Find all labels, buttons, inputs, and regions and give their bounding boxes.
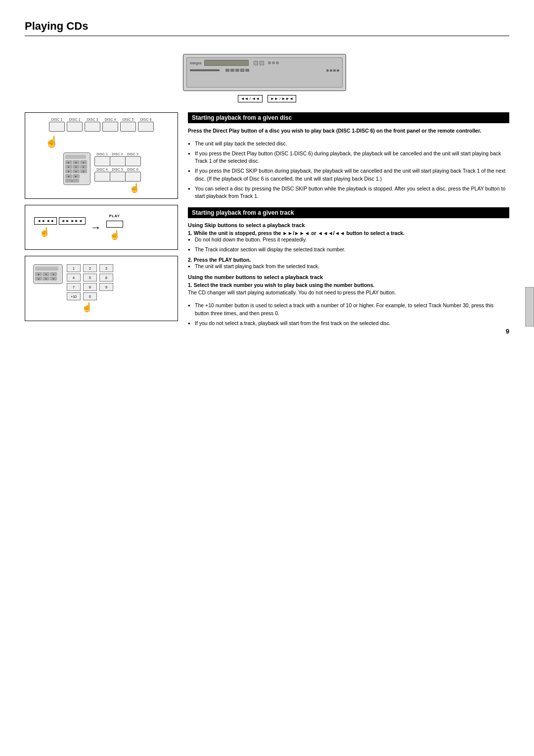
skip-diagram: ◄◄ ◄◄ ►► ►►◄ ☝ → PLAY ☝ (30, 210, 173, 244)
skip-diagram-box: ◄◄ ◄◄ ►► ►►◄ ☝ → PLAY ☝ (25, 205, 178, 250)
disc2-btn-wrap: DISC 2 (67, 118, 83, 132)
remote-mini: ● ● ● ● ● ● ● ● ● (63, 152, 90, 185)
disc-btn-row: DISC 1 DISC 2 DISC 3 DISC 4 (49, 118, 154, 132)
number-diagram-box: ● ● ● ● ● ● 1 2 3 (25, 256, 178, 321)
disc3-label: DISC 3 (87, 118, 98, 121)
page-title: Playing CDs (25, 20, 509, 36)
disc1-btn-wrap: DISC 1 (49, 118, 65, 132)
num-b1-1: The +10 number button is used to select … (188, 302, 509, 318)
num-4: 4 (67, 274, 81, 282)
number-pad: 1 2 3 4 5 6 7 8 9 +10 0 ☝ (67, 264, 114, 313)
play-button-diagram (106, 221, 123, 228)
disc6-label: DISC 6 (140, 118, 152, 121)
cd-unit-illustration: Integra (183, 54, 351, 91)
skip-item-1: 1. While the unit is stopped, press the … (188, 230, 509, 254)
remote-mini-num: ● ● ● ● ● ● (33, 264, 63, 284)
disc-bullets: The unit will play back the selected dis… (188, 140, 509, 200)
skip-b1-2: The Track indicator section will display… (188, 246, 509, 254)
skip-bullets-1: Do not hold down the button. Press it re… (188, 236, 509, 254)
disc-bullet-3: If you press the DISC SKIP button during… (188, 167, 509, 183)
num-text-1: The CD changer will start playing automa… (188, 289, 509, 297)
num-8: 8 (83, 283, 97, 291)
skip-bold-1: While the unit is stopped, press the ►►/… (194, 230, 405, 236)
page-number: 9 (506, 328, 509, 335)
remote-disc1: DISC 1 (95, 152, 109, 166)
skip-b2-1: The unit will start playing back from th… (188, 263, 509, 271)
skip-bold-2: Press the PLAY button. (194, 257, 251, 263)
disc-section-header: Starting playback from a given disc (188, 112, 509, 123)
num-bullets-1: The +10 number button is used to select … (188, 302, 509, 327)
remote-disc5: DISC 5 (111, 168, 125, 182)
skip-btns: ◄◄ ◄◄ ►► ►►◄ (34, 217, 86, 225)
next-track-btn: ►► / ►►◄ (267, 95, 296, 102)
left-column: DISC 1 DISC 2 DISC 3 DISC 4 (25, 112, 178, 330)
top-diagram: PLAY Integra (25, 46, 509, 102)
disc4-btn-wrap: DISC 4 (102, 118, 118, 132)
disc-bold-text: Press the Direct Play button of a disc y… (188, 127, 509, 135)
skip-left-group: ◄◄ ◄◄ ►► ►►◄ ☝ (34, 217, 86, 237)
disc-bold-span: Press the Direct Play button of a disc y… (188, 128, 481, 134)
skip-bullets-2: The unit will start playing back from th… (188, 263, 509, 271)
hand-icon-skip: ☝ (34, 227, 50, 237)
ffwd-btn: ►► ►►◄ (59, 217, 86, 225)
hand-icon-remote: ☝ (95, 183, 140, 193)
arrow-right-icon: → (90, 221, 101, 234)
remote-disc3: DISC 3 (126, 152, 140, 166)
num-bold-1: Select the track number you wish to play… (194, 282, 375, 288)
skip-num-1: 1. While the unit is stopped, press the … (188, 230, 509, 236)
disc5-label: DISC 5 (123, 118, 134, 121)
num-5: 5 (83, 274, 97, 282)
disc-remote-row: ● ● ● ● ● ● ● ● ● (63, 152, 140, 193)
skip-buttons-row: ◄◄ / ◄◄ ►► / ►►◄ (183, 95, 351, 102)
num-diagram: ● ● ● ● ● ● 1 2 3 (30, 261, 173, 316)
num-0: 0 (83, 292, 97, 300)
num-6: 6 (99, 274, 113, 282)
skip-b1-1: Do not hold down the button. Press it re… (188, 236, 509, 244)
disc2-btn (67, 122, 83, 132)
play-right-group: PLAY ☝ (106, 214, 123, 240)
num-7: 7 (67, 283, 81, 291)
remote-disc2: DISC 2 (111, 152, 125, 166)
num-9: 9 (99, 283, 113, 291)
num-item-1: 1. Select the track number you wish to p… (188, 282, 509, 327)
disc2-label: DISC 2 (69, 118, 81, 121)
remote-disc6: DISC 6 (126, 168, 140, 182)
disc-bullet-2: If you press the Direct Play button (DIS… (188, 150, 509, 166)
rew-btn: ◄◄ ◄◄ (34, 217, 57, 225)
disc3-btn (85, 122, 100, 132)
num-2: 2 (83, 264, 97, 272)
disc6-btn (138, 122, 154, 132)
disc3-btn-wrap: DISC 3 (85, 118, 100, 132)
skip-subsection-title: Using Skip buttons to select a playback … (188, 222, 509, 228)
disc4-label: DISC 4 (105, 118, 116, 121)
num-3: 3 (99, 264, 113, 272)
disc-bullet-1: The unit will play back the selected dis… (188, 140, 509, 148)
side-tab (525, 287, 534, 327)
num-1: 1 (67, 264, 81, 272)
skip-item-2: 2. Press the PLAY button. The unit will … (188, 257, 509, 271)
disc5-btn (120, 122, 136, 132)
disc-diagram-box: DISC 1 DISC 2 DISC 3 DISC 4 (25, 112, 178, 199)
num-subsection-title: Using the number buttons to select a pla… (188, 274, 509, 280)
disc-buttons-diagram: DISC 1 DISC 2 DISC 3 DISC 4 (30, 118, 173, 193)
hand-icon-play: ☝ (109, 230, 120, 240)
remote-disc-btns: DISC 1 DISC 2 DISC 3 (95, 152, 140, 193)
hand-icon-num: ☝ (67, 302, 114, 313)
content-area: DISC 1 DISC 2 DISC 3 DISC 4 (25, 112, 509, 330)
hand-icon-top: ☝ (30, 136, 173, 148)
right-column: Starting playback from a given disc Pres… (188, 112, 509, 330)
disc1-label: DISC 1 (51, 118, 63, 121)
num-b1-2: If you do not select a track, playback w… (188, 320, 509, 328)
disc4-btn (102, 122, 118, 132)
play-btn-label: PLAY (109, 214, 120, 218)
skip-num-2: 2. Press the PLAY button. (188, 257, 509, 263)
track-section-header: Starting playback from a given track (188, 207, 509, 218)
prev-track-btn: ◄◄ / ◄◄ (238, 95, 263, 102)
disc1-btn (49, 122, 65, 132)
remote-disc4: DISC 4 (95, 168, 109, 182)
num-10: +10 (67, 292, 81, 300)
disc5-btn-wrap: DISC 5 (120, 118, 136, 132)
num-label-1: 1. Select the track number you wish to p… (188, 282, 509, 288)
disc6-btn-wrap: DISC 6 (138, 118, 154, 132)
disc-bullet-4: You can select a disc by pressing the DI… (188, 185, 509, 201)
